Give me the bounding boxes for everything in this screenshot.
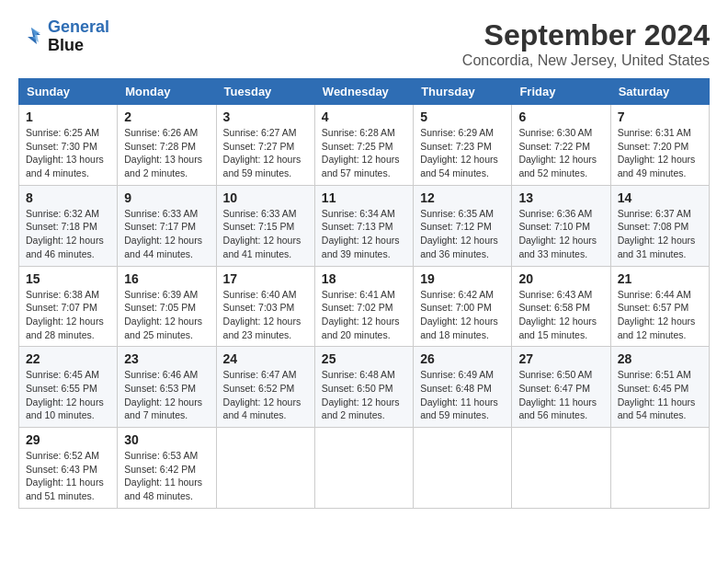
calendar-cell: 30Sunrise: 6:53 AMSunset: 6:42 PMDayligh… [118,428,216,509]
calendar-cell: 3Sunrise: 6:27 AMSunset: 7:27 PMDaylight… [216,105,314,186]
day-detail: Sunrise: 6:40 AMSunset: 7:03 PMDaylight:… [223,288,308,342]
calendar-cell: 11Sunrise: 6:34 AMSunset: 7:13 PMDayligh… [314,185,413,266]
day-detail: Sunrise: 6:38 AMSunset: 7:07 PMDaylight:… [26,288,110,342]
day-number: 4 [322,109,406,124]
day-number: 26 [420,351,505,366]
month-title: September 2024 [462,18,710,52]
calendar-cell: 5Sunrise: 6:29 AMSunset: 7:23 PMDaylight… [414,105,512,186]
day-number: 6 [518,109,603,124]
calendar-cell: 28Sunrise: 6:51 AMSunset: 6:45 PMDayligh… [610,347,709,428]
col-header-saturday: Saturday [610,79,709,105]
day-detail: Sunrise: 6:36 AMSunset: 7:10 PMDaylight:… [518,207,603,261]
calendar-cell: 21Sunrise: 6:44 AMSunset: 6:57 PMDayligh… [610,266,709,347]
day-number: 15 [26,271,110,286]
day-number: 30 [124,432,209,447]
calendar-cell: 15Sunrise: 6:38 AMSunset: 7:07 PMDayligh… [19,266,118,347]
day-detail: Sunrise: 6:50 AMSunset: 6:47 PMDaylight:… [518,368,603,422]
day-detail: Sunrise: 6:46 AMSunset: 6:53 PMDaylight:… [124,368,209,422]
day-detail: Sunrise: 6:28 AMSunset: 7:25 PMDaylight:… [322,126,406,180]
calendar-cell: 29Sunrise: 6:52 AMSunset: 6:43 PMDayligh… [19,428,118,509]
day-number: 11 [322,190,406,205]
calendar-cell: 22Sunrise: 6:45 AMSunset: 6:55 PMDayligh… [19,347,118,428]
calendar-cell: 26Sunrise: 6:49 AMSunset: 6:48 PMDayligh… [414,347,512,428]
calendar-cell: 25Sunrise: 6:48 AMSunset: 6:50 PMDayligh… [314,347,413,428]
col-header-sunday: Sunday [19,79,118,105]
day-number: 28 [618,351,702,366]
day-detail: Sunrise: 6:30 AMSunset: 7:22 PMDaylight:… [518,126,603,180]
day-number: 2 [124,109,209,124]
calendar-cell: 24Sunrise: 6:47 AMSunset: 6:52 PMDayligh… [216,347,314,428]
day-number: 23 [124,351,209,366]
day-number: 17 [223,271,308,286]
day-detail: Sunrise: 6:35 AMSunset: 7:12 PMDaylight:… [420,207,505,261]
calendar-cell: 10Sunrise: 6:33 AMSunset: 7:15 PMDayligh… [216,185,314,266]
day-number: 16 [124,271,209,286]
calendar-cell: 7Sunrise: 6:31 AMSunset: 7:20 PMDaylight… [610,105,709,186]
calendar-cell: 17Sunrise: 6:40 AMSunset: 7:03 PMDayligh… [216,266,314,347]
day-detail: Sunrise: 6:49 AMSunset: 6:48 PMDaylight:… [420,368,505,422]
day-detail: Sunrise: 6:37 AMSunset: 7:08 PMDaylight:… [618,207,702,261]
day-detail: Sunrise: 6:52 AMSunset: 6:43 PMDaylight:… [26,449,110,503]
day-number: 22 [26,351,110,366]
day-detail: Sunrise: 6:42 AMSunset: 7:00 PMDaylight:… [420,288,505,342]
day-detail: Sunrise: 6:53 AMSunset: 6:42 PMDaylight:… [124,449,209,503]
calendar-cell: 18Sunrise: 6:41 AMSunset: 7:02 PMDayligh… [314,266,413,347]
day-number: 29 [26,432,110,447]
day-detail: Sunrise: 6:45 AMSunset: 6:55 PMDaylight:… [26,368,110,422]
day-detail: Sunrise: 6:33 AMSunset: 7:15 PMDaylight:… [223,207,308,261]
col-header-thursday: Thursday [414,79,512,105]
calendar-cell: 2Sunrise: 6:26 AMSunset: 7:28 PMDaylight… [118,105,216,186]
day-number: 12 [420,190,505,205]
logo: GeneralBlue [18,18,109,55]
calendar-cell: 6Sunrise: 6:30 AMSunset: 7:22 PMDaylight… [512,105,610,186]
day-detail: Sunrise: 6:34 AMSunset: 7:13 PMDaylight:… [322,207,406,261]
calendar-cell: 8Sunrise: 6:32 AMSunset: 7:18 PMDaylight… [19,185,118,266]
calendar-cell: 9Sunrise: 6:33 AMSunset: 7:17 PMDaylight… [118,185,216,266]
calendar-cell: 14Sunrise: 6:37 AMSunset: 7:08 PMDayligh… [610,185,709,266]
day-number: 14 [618,190,702,205]
title-area: September 2024 Concordia, New Jersey, Un… [462,18,710,69]
calendar-table: SundayMondayTuesdayWednesdayThursdayFrid… [18,78,710,509]
day-detail: Sunrise: 6:32 AMSunset: 7:18 PMDaylight:… [26,207,110,261]
day-number: 1 [26,109,110,124]
day-detail: Sunrise: 6:43 AMSunset: 6:58 PMDaylight:… [518,288,603,342]
col-header-monday: Monday [118,79,216,105]
day-number: 5 [420,109,505,124]
calendar-cell: 12Sunrise: 6:35 AMSunset: 7:12 PMDayligh… [414,185,512,266]
calendar-cell: 16Sunrise: 6:39 AMSunset: 7:05 PMDayligh… [118,266,216,347]
day-number: 18 [322,271,406,286]
logo-text: GeneralBlue [48,18,109,55]
calendar-cell: 27Sunrise: 6:50 AMSunset: 6:47 PMDayligh… [512,347,610,428]
day-number: 9 [124,190,209,205]
calendar-cell: 4Sunrise: 6:28 AMSunset: 7:25 PMDaylight… [314,105,413,186]
day-number: 20 [518,271,603,286]
calendar-cell [314,428,413,509]
location-title: Concordia, New Jersey, United States [462,52,710,69]
calendar-cell: 20Sunrise: 6:43 AMSunset: 6:58 PMDayligh… [512,266,610,347]
day-number: 7 [618,109,702,124]
day-detail: Sunrise: 6:33 AMSunset: 7:17 PMDaylight:… [124,207,209,261]
day-detail: Sunrise: 6:29 AMSunset: 7:23 PMDaylight:… [420,126,505,180]
day-detail: Sunrise: 6:39 AMSunset: 7:05 PMDaylight:… [124,288,209,342]
day-number: 19 [420,271,505,286]
day-number: 21 [618,271,702,286]
day-detail: Sunrise: 6:31 AMSunset: 7:20 PMDaylight:… [618,126,702,180]
day-detail: Sunrise: 6:44 AMSunset: 6:57 PMDaylight:… [618,288,702,342]
day-number: 8 [26,190,110,205]
day-detail: Sunrise: 6:47 AMSunset: 6:52 PMDaylight:… [223,368,308,422]
day-detail: Sunrise: 6:41 AMSunset: 7:02 PMDaylight:… [322,288,406,342]
calendar-cell [414,428,512,509]
calendar-cell: 13Sunrise: 6:36 AMSunset: 7:10 PMDayligh… [512,185,610,266]
day-detail: Sunrise: 6:25 AMSunset: 7:30 PMDaylight:… [26,126,110,180]
calendar-cell: 23Sunrise: 6:46 AMSunset: 6:53 PMDayligh… [118,347,216,428]
day-number: 25 [322,351,406,366]
day-detail: Sunrise: 6:27 AMSunset: 7:27 PMDaylight:… [223,126,308,180]
day-number: 24 [223,351,308,366]
page-header: GeneralBlue September 2024 Concordia, Ne… [18,18,710,69]
day-number: 10 [223,190,308,205]
day-number: 27 [518,351,603,366]
day-detail: Sunrise: 6:26 AMSunset: 7:28 PMDaylight:… [124,126,209,180]
calendar-cell: 1Sunrise: 6:25 AMSunset: 7:30 PMDaylight… [19,105,118,186]
day-detail: Sunrise: 6:51 AMSunset: 6:45 PMDaylight:… [618,368,702,422]
calendar-cell [216,428,314,509]
